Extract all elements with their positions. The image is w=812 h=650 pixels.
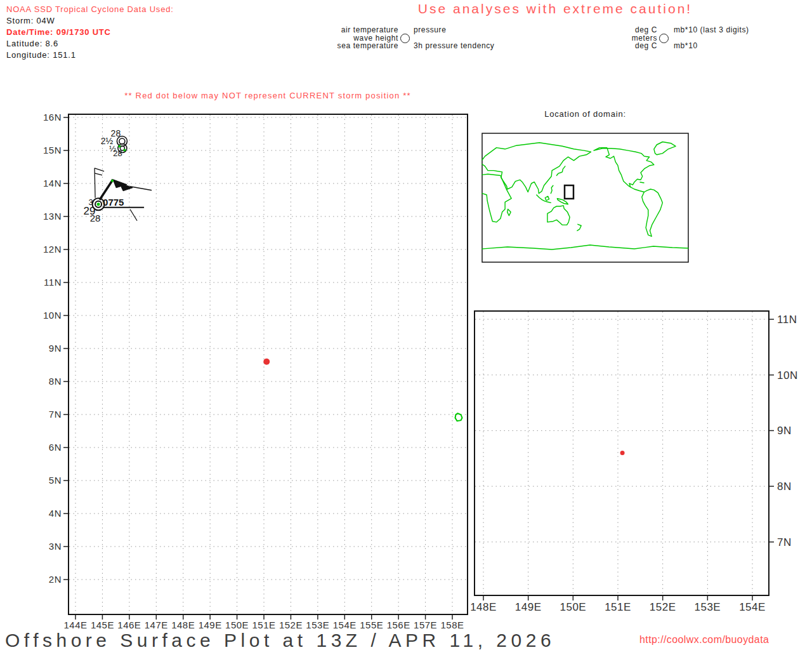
station-leader-line (130, 209, 137, 221)
storm-position-dot (620, 451, 625, 455)
coastline-eurasia (482, 143, 591, 194)
y-tick-label: 3N (49, 541, 62, 552)
y-tick-label: 11N (44, 277, 62, 288)
x-tick-label: 146E (117, 620, 141, 630)
y-tick-label: 4N (49, 508, 62, 519)
y-tick-label: 12N (43, 244, 62, 255)
y-tick-label: 8N (49, 376, 62, 387)
x-tick-label: 153E (306, 620, 329, 630)
coastline-africa (482, 174, 511, 222)
y-tick-label: 2N (49, 574, 62, 585)
buoy-marker-dot (118, 145, 121, 147)
coastline-central-america (631, 187, 645, 192)
world-map-border (482, 133, 688, 262)
buoy-marker-dot (123, 149, 126, 151)
world-map-inset (482, 133, 688, 262)
y-tick-label: 9N (777, 425, 792, 437)
y-tick-label: 10N (777, 369, 798, 381)
wind-barb-tail (130, 187, 152, 190)
coastline-cuba (640, 182, 644, 183)
x-tick-label: 154E (333, 620, 357, 630)
domain-box (565, 185, 573, 199)
y-tick-label: 15N (43, 145, 62, 156)
x-tick-label: 149E (515, 601, 542, 613)
y-tick-label: 13N (43, 211, 62, 222)
coastline-south-america (642, 189, 663, 236)
y-tick-label: 6N (49, 442, 62, 453)
plot-canvas: 144E145E146E147E148E149E150E151E152E153E… (0, 0, 812, 650)
y-tick-label: 10N (43, 310, 62, 321)
x-tick-label: 155E (360, 620, 383, 630)
x-tick-label: 152E (650, 601, 676, 613)
coastline-antarctica (482, 245, 688, 249)
coastline-new-zealand (577, 224, 581, 230)
station-value: 28 (113, 149, 122, 158)
buoy-plot-page: NOAA SSD Tropical Cyclone Data Used: Sto… (0, 0, 812, 650)
x-tick-label: 154E (739, 601, 766, 613)
coastline-borneo (545, 196, 549, 201)
y-tick-label: 9N (49, 343, 62, 354)
coastline-north-america (594, 148, 654, 187)
x-tick-label: 150E (560, 601, 586, 613)
x-tick-label: 148E (470, 601, 497, 613)
y-tick-label: 14N (43, 178, 62, 189)
x-tick-label: 144E (63, 620, 87, 630)
zoom-plot-layer: 148E149E150E151E152E153E154E7N8N9N10N11N (470, 312, 798, 613)
x-tick-label: 151E (605, 601, 631, 613)
station-value: 28 (90, 213, 101, 223)
x-tick-label: 157E (414, 620, 437, 630)
coastline-australia (547, 206, 570, 225)
y-tick-label: 5N (49, 475, 62, 486)
x-tick-label: 156E (387, 620, 410, 630)
x-tick-label: 150E (225, 620, 249, 630)
y-tick-label: 16N (43, 112, 62, 123)
island-outline (455, 413, 462, 421)
coastline-philippines (551, 185, 553, 193)
coastline-madagascar (508, 209, 511, 216)
storm-position-dot (263, 359, 270, 365)
y-tick-label: 7N (49, 409, 62, 420)
buoy-station-upper-glyph: 282½½28 (101, 128, 128, 158)
x-tick-label: 153E (694, 601, 721, 613)
x-tick-label: 149E (199, 620, 222, 630)
y-tick-label: 11N (777, 314, 797, 326)
y-tick-label: 7N (777, 536, 792, 548)
x-tick-label: 145E (91, 620, 114, 630)
y-tick-label: 8N (777, 481, 792, 493)
buoy-marker-dot (97, 202, 100, 206)
x-tick-label: 151E (252, 620, 275, 630)
station-circle-inner (119, 138, 125, 144)
x-tick-label: 147E (145, 620, 168, 630)
buoy-marker-dot (111, 180, 114, 182)
x-tick-label: 158E (440, 620, 464, 630)
station-value: 0775 (103, 197, 124, 208)
x-tick-label: 152E (279, 620, 303, 630)
buoy-station-lower-glyph: 329280775 (84, 168, 152, 223)
coastline-greenland (654, 142, 676, 155)
x-tick-label: 148E (171, 620, 195, 630)
